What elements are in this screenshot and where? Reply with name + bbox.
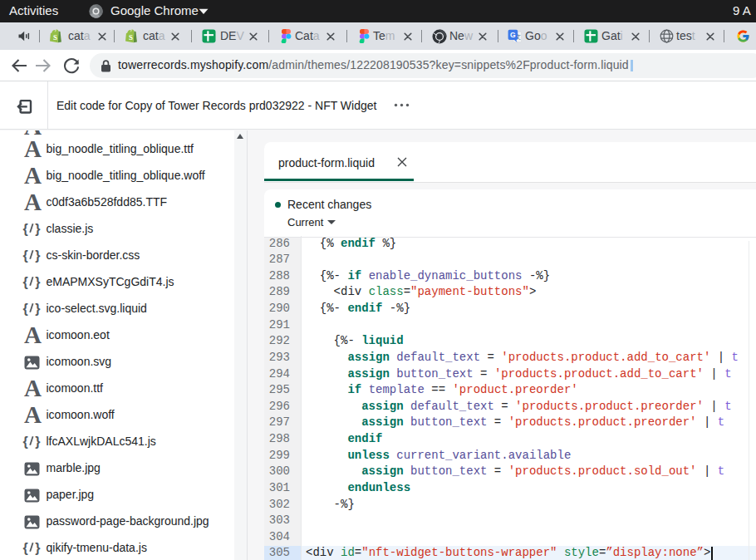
svg-text:}: } [35,248,40,263]
svg-text:{: { [23,435,28,449]
svg-text:S: S [53,33,57,42]
svg-text:{: { [23,275,28,289]
svg-text:}: } [35,302,40,316]
svg-text:{: { [23,248,28,263]
svg-text:}: } [35,275,40,289]
svg-text:}: } [35,222,40,236]
svg-text:G: G [510,31,516,39]
svg-text:}: } [35,435,40,449]
svg-text:{: { [23,541,28,555]
svg-text:S: S [129,33,133,42]
svg-text:{: { [23,302,28,316]
svg-text:}: } [35,541,40,555]
svg-text:{: { [23,222,28,236]
